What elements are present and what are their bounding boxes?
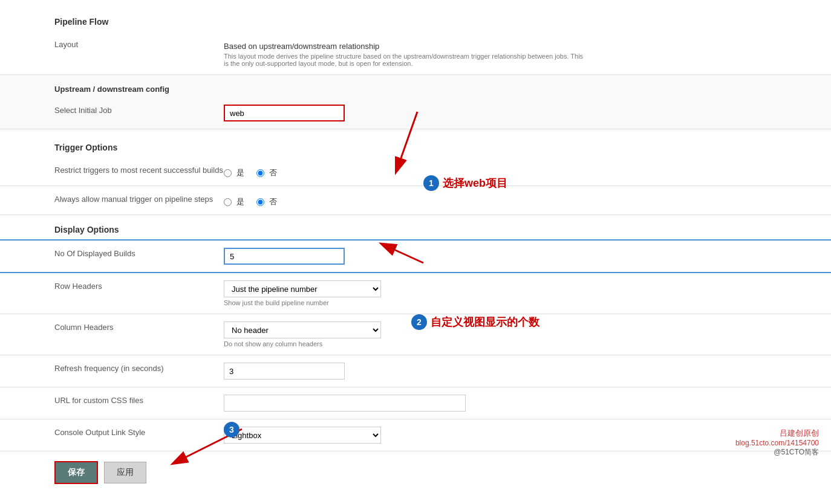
row-headers-hint: Show just the build pipeline number [224, 299, 587, 306]
trigger-options-section: Trigger Options Restrict triggers to mos… [0, 138, 831, 215]
pipeline-flow-section: Pipeline Flow Layout Based on upstream/d… [0, 12, 831, 132]
always-allow-no-label: 否 [269, 196, 277, 207]
css-url-value-container [224, 392, 819, 414]
restrict-triggers-row: Restrict triggers to most recent success… [0, 157, 831, 186]
row-headers-select[interactable]: Just the pipeline number [224, 280, 381, 297]
refresh-label: Refresh frequency (in seconds) [0, 360, 224, 373]
buttons-row: 保存 应用 [0, 451, 831, 494]
restrict-triggers-radios: 是 否 [224, 162, 819, 181]
restrict-yes-label: 是 [236, 167, 244, 178]
layout-label: Layout [0, 36, 224, 49]
layout-value-container: Based on upstream/downstream relationshi… [224, 36, 819, 69]
display-options-title: Display Options [0, 220, 831, 239]
upstream-config-block: Upstream / downstream config Select Init… [0, 75, 831, 132]
page-container: Pipeline Flow Layout Based on upstream/d… [0, 0, 831, 504]
refresh-input[interactable] [224, 363, 345, 380]
select-initial-job-label: Select Initial Job [0, 102, 224, 115]
css-url-input[interactable] [224, 395, 466, 412]
layout-row: Layout Based on upstream/downstream rela… [0, 31, 831, 75]
callout-3-circle: 3 [224, 422, 240, 438]
select-initial-job-input[interactable] [224, 105, 345, 121]
apply-button[interactable]: 应用 [104, 462, 146, 483]
css-url-row: URL for custom CSS files [0, 387, 831, 419]
row-headers-value-container: Just the pipeline number Show just the b… [224, 278, 819, 309]
column-headers-hint: Do not show any column headers [224, 340, 587, 347]
console-link-row: Console Output Link Style Lightbox [0, 419, 831, 451]
always-allow-row: Always allow manual trigger on pipeline … [0, 186, 831, 215]
always-allow-radios: 是 否 [224, 191, 819, 210]
no-of-builds-value-container [224, 245, 819, 267]
callout-3: 3 [224, 422, 240, 438]
layout-value: Based on upstream/downstream relationshi… [224, 39, 819, 51]
restrict-no-label: 否 [269, 167, 277, 178]
refresh-value-container [224, 360, 819, 382]
console-link-value-container: Lightbox [224, 424, 819, 446]
restrict-no-radio[interactable] [256, 169, 264, 177]
trigger-options-title: Trigger Options [0, 138, 831, 157]
column-headers-select[interactable]: No header [224, 321, 381, 338]
layout-hint: This layout mode derives the pipeline st… [224, 53, 587, 67]
always-allow-yes-label: 是 [236, 196, 244, 207]
console-link-label: Console Output Link Style [0, 424, 224, 437]
upstream-config-title: Upstream / downstream config [0, 80, 831, 97]
no-of-builds-row: No Of Displayed Builds [0, 239, 831, 273]
css-url-label: URL for custom CSS files [0, 392, 224, 405]
row-headers-row: Row Headers Just the pipeline number Sho… [0, 273, 831, 314]
no-of-builds-label: No Of Displayed Builds [0, 245, 224, 258]
display-options-section: Display Options No Of Displayed Builds R… [0, 220, 831, 451]
restrict-triggers-label: Restrict triggers to most recent success… [0, 162, 224, 175]
always-allow-no-radio[interactable] [256, 198, 264, 206]
column-headers-label: Column Headers [0, 319, 224, 332]
always-allow-label: Always allow manual trigger on pipeline … [0, 191, 224, 204]
select-initial-job-value-container [224, 102, 819, 124]
row-headers-label: Row Headers [0, 278, 224, 291]
always-allow-yes-radio[interactable] [224, 198, 232, 206]
column-headers-value-container: No header Do not show any column headers [224, 319, 819, 350]
select-initial-job-row: Select Initial Job [0, 97, 831, 129]
console-link-select[interactable]: Lightbox [224, 427, 381, 444]
refresh-row: Refresh frequency (in seconds) [0, 355, 831, 387]
restrict-yes-radio[interactable] [224, 169, 232, 177]
save-button[interactable]: 保存 [54, 461, 98, 484]
pipeline-flow-title: Pipeline Flow [0, 12, 831, 31]
no-of-builds-input[interactable] [224, 248, 345, 265]
column-headers-row: Column Headers No header Do not show any… [0, 314, 831, 355]
